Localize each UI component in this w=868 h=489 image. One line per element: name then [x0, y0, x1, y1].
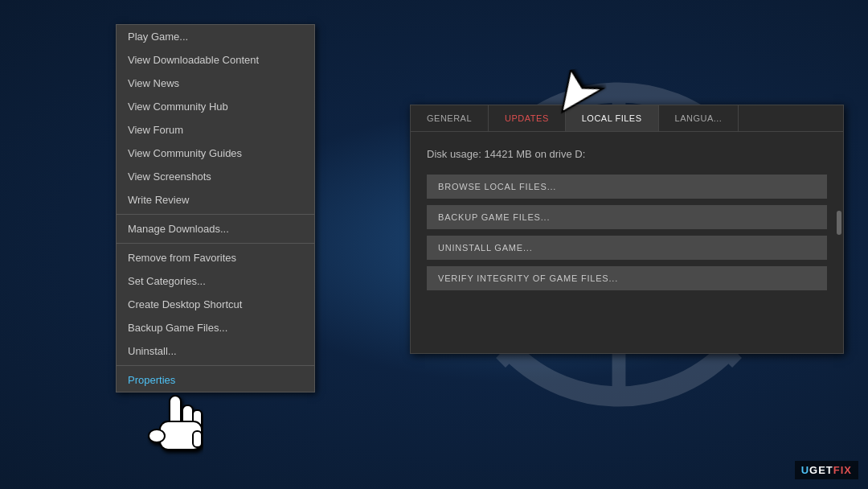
tab-updates[interactable]: UPDATES: [489, 105, 566, 131]
menu-item-write-review[interactable]: Write Review: [117, 188, 314, 212]
scrollbar-thumb[interactable]: [837, 211, 841, 235]
menu-item-view-community-guides[interactable]: View Community Guides: [117, 142, 314, 165]
menu-item-view-community-hub[interactable]: View Community Hub: [117, 95, 314, 118]
verify-integrity-button[interactable]: VERIFY INTEGRITY OF GAME FILES...: [427, 266, 827, 290]
menu-item-manage-downloads[interactable]: Manage Downloads...: [117, 217, 314, 240]
properties-panel: GENERAL UPDATES LOCAL FILES LANGUA... Di…: [410, 105, 844, 354]
menu-item-view-screenshots[interactable]: View Screenshots: [117, 165, 314, 188]
menu-item-uninstall[interactable]: Uninstall...: [117, 339, 314, 363]
menu-item-view-news[interactable]: View News: [117, 72, 314, 95]
tabs-bar: GENERAL UPDATES LOCAL FILES LANGUA...: [411, 105, 843, 132]
hand-cursor: [147, 394, 203, 462]
svg-marker-11: [555, 65, 606, 113]
menu-divider-1: [117, 214, 314, 215]
badge-fix: FIX: [833, 464, 852, 476]
browse-local-files-button[interactable]: BROWSE LOCAL FILES...: [427, 175, 827, 199]
menu-item-play-game[interactable]: Play Game...: [117, 25, 314, 48]
panel-content: Disk usage: 14421 MB on drive D: BROWSE …: [411, 132, 843, 313]
menu-item-view-dlc[interactable]: View Downloadable Content: [117, 48, 314, 72]
backup-game-files-button[interactable]: BACKUP GAME FILES...: [427, 205, 827, 229]
menu-divider-3: [117, 365, 314, 366]
ugetfix-badge: UGETFIX: [795, 461, 858, 479]
badge-u: U: [801, 464, 809, 476]
menu-item-backup-game-files[interactable]: Backup Game Files...: [117, 316, 314, 339]
menu-item-create-shortcut[interactable]: Create Desktop Shortcut: [117, 293, 314, 316]
context-menu: Play Game... View Downloadable Content V…: [116, 24, 315, 392]
disk-usage-label: Disk usage: 14421 MB on drive D:: [427, 148, 827, 160]
badge-get: GET: [809, 464, 833, 476]
menu-item-view-forum[interactable]: View Forum: [117, 118, 314, 142]
uninstall-game-button[interactable]: UNINSTALL GAME...: [427, 236, 827, 260]
svg-point-16: [149, 429, 165, 442]
tab-language[interactable]: LANGUA...: [659, 105, 739, 131]
menu-divider-2: [117, 243, 314, 244]
menu-item-set-categories[interactable]: Set Categories...: [117, 269, 314, 293]
tab-general[interactable]: GENERAL: [411, 105, 489, 131]
menu-item-properties[interactable]: Properties: [117, 368, 314, 392]
menu-item-remove-favorites[interactable]: Remove from Favorites: [117, 246, 314, 269]
svg-rect-17: [193, 431, 202, 447]
